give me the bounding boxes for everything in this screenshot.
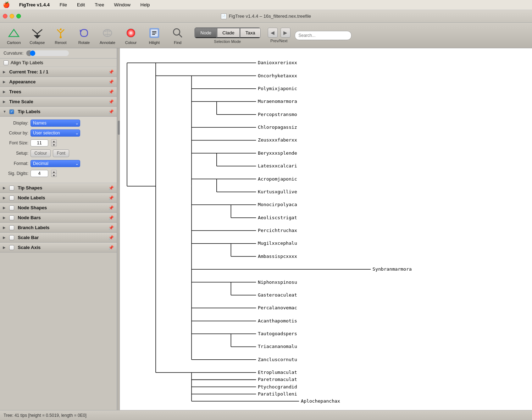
pin-icon[interactable]: 📌 — [109, 205, 114, 210]
colour-setup-button[interactable]: Colour — [31, 149, 51, 157]
tree-label-mono: Monocirpolyaca — [258, 202, 297, 207]
chevron-right-icon: ▶ — [3, 186, 7, 190]
tip-labels-checkbox[interactable] — [9, 109, 14, 114]
sidebar-item-tip-labels[interactable]: ▼ Tip Labels 📌 — [0, 107, 117, 117]
sidebar-item-trees[interactable]: ▶ Trees 📌 — [0, 87, 117, 97]
apple-menu[interactable]: 🍎 — [3, 1, 10, 8]
toolbar: Cartoon Collapse Reroot — [0, 23, 532, 48]
annotate-icon — [101, 26, 114, 40]
colour-by-select-wrapper: User selection — [31, 129, 80, 137]
tip-shapes-title: Tip Shapes — [18, 185, 106, 190]
sidebar-item-scale-axis[interactable]: ▶ Scale Axis 📌 — [0, 243, 117, 253]
tree-label-acro: Acropomjaponic — [258, 176, 297, 182]
sidebar-item-current-tree[interactable]: ▶ Current Tree: 1 / 1 📌 — [0, 67, 117, 77]
collapse-button[interactable]: Collapse — [26, 24, 48, 47]
pin-icon[interactable]: 📌 — [109, 225, 114, 230]
sidebar-item-appearance[interactable]: ▶ Appearance 📌 — [0, 77, 117, 87]
reroot-button[interactable]: Reroot — [50, 24, 72, 47]
pin-icon[interactable]: 📌 — [109, 79, 114, 84]
font-size-up[interactable]: ▲ — [51, 139, 57, 143]
font-size-down[interactable]: ▼ — [51, 143, 57, 147]
display-select-wrapper: Names — [31, 120, 80, 127]
tree-label-ptycho: Ptychocgrandid — [258, 384, 297, 389]
tree-label-danioxx: Danioxxrerioxx — [258, 60, 297, 65]
colour-by-select[interactable]: User selection — [31, 129, 80, 137]
edit-menu[interactable]: Edit — [75, 1, 87, 8]
curvature-slider[interactable] — [26, 50, 69, 56]
prev-button[interactable]: ◀ — [268, 28, 278, 38]
sig-digits-up[interactable]: ▲ — [51, 170, 57, 173]
pin-icon[interactable]: 📌 — [109, 235, 114, 240]
tree-label-muraeono: Muraenomarmora — [258, 99, 297, 104]
appearance-title: Appearance — [9, 79, 106, 84]
scale-axis-title: Scale Axis — [18, 245, 106, 250]
sidebar-item-time-scale[interactable]: ▶ Time Scale 📌 — [0, 97, 117, 107]
tip-labels-title: Tip Labels — [18, 109, 106, 114]
sidebar-item-scale-bar[interactable]: ▶ Scale Bar 📌 — [0, 233, 117, 243]
taxa-selection-button[interactable]: Taxa — [240, 28, 260, 38]
display-select[interactable]: Names — [31, 120, 80, 127]
document-icon: 📄 — [221, 13, 227, 19]
trees-title: Trees — [9, 89, 106, 94]
font-setup-button[interactable]: Font — [53, 149, 69, 157]
sig-digits-input[interactable] — [31, 170, 48, 177]
node-shapes-checkbox[interactable] — [9, 205, 14, 210]
next-button[interactable]: ▶ — [281, 28, 290, 38]
pin-icon[interactable]: 📌 — [109, 89, 114, 94]
tree-label-acanth: Acanthapomotis — [258, 318, 297, 324]
scroll-divider — [117, 48, 120, 410]
help-menu[interactable]: Help — [138, 1, 152, 8]
tree-canvas[interactable]: .tree-label { font-family: -apple-system… — [120, 48, 532, 410]
pin-icon[interactable]: 📌 — [109, 195, 114, 200]
window-menu[interactable]: Window — [112, 1, 133, 8]
reroot-icon — [54, 26, 67, 40]
prev-next-label: Prev/Next — [270, 39, 287, 43]
pin-icon[interactable]: 📌 — [109, 70, 114, 74]
main-content: Curvature: Align Tip Labels ▶ Current Tr… — [0, 48, 532, 410]
clade-selection-button[interactable]: Clade — [217, 28, 240, 38]
sidebar-item-node-shapes[interactable]: ▶ Node Shapes 📌 — [0, 203, 117, 213]
cartoon-button[interactable]: Cartoon — [3, 24, 25, 47]
tree-label-aeoli: Aeoliscstrigat — [258, 215, 297, 220]
sidebar-item-node-labels[interactable]: ▶ Node Labels 📌 — [0, 193, 117, 203]
branch-labels-checkbox[interactable] — [9, 225, 14, 230]
maximize-button[interactable] — [16, 14, 21, 18]
sidebar-item-node-bars[interactable]: ▶ Node Bars 📌 — [0, 213, 117, 223]
format-select[interactable]: Decimal — [31, 160, 80, 167]
annotate-button[interactable]: Annotate — [96, 24, 118, 47]
scale-axis-checkbox[interactable] — [9, 245, 14, 250]
sidebar-item-tip-shapes[interactable]: ▶ Tip Shapes 📌 — [0, 183, 117, 193]
tree-label-aploche: Aplochepanchax — [301, 398, 340, 404]
appname-menu[interactable]: FigTree v1.4.4 — [17, 1, 52, 8]
search-input[interactable] — [295, 31, 351, 40]
pin-icon[interactable]: 📌 — [109, 186, 114, 190]
sig-digits-down[interactable]: ▼ — [51, 173, 57, 177]
font-size-input[interactable] — [31, 139, 48, 147]
rotate-button[interactable]: Rotate — [73, 24, 95, 47]
tip-shapes-checkbox[interactable] — [9, 186, 14, 190]
node-labels-checkbox[interactable] — [9, 195, 14, 200]
statusbar: Tree: 41 tips [height = 0.5019, length =… — [0, 410, 532, 420]
find-button[interactable]: Find — [167, 24, 189, 47]
tree-menu[interactable]: Tree — [93, 1, 106, 8]
hilight-button[interactable]: Hilight — [143, 24, 165, 47]
pin-icon[interactable]: 📌 — [109, 215, 114, 220]
colour-button[interactable]: Colour — [120, 24, 142, 47]
pin-icon[interactable]: 📌 — [109, 99, 114, 104]
node-bars-checkbox[interactable] — [9, 215, 14, 220]
sidebar-item-branch-labels[interactable]: ▶ Branch Labels 📌 — [0, 223, 117, 233]
chevron-right-icon: ▶ — [3, 90, 7, 94]
file-menu[interactable]: File — [57, 1, 69, 8]
pin-icon[interactable]: 📌 — [109, 245, 114, 250]
minimize-button[interactable] — [10, 14, 14, 18]
format-row: Format: Decimal — [4, 160, 113, 167]
scale-bar-checkbox[interactable] — [9, 235, 14, 240]
close-button[interactable] — [3, 14, 7, 18]
pin-icon[interactable]: 📌 — [109, 109, 114, 114]
colour-by-row: Colour by: User selection — [4, 129, 113, 137]
node-selection-button[interactable]: Node — [195, 28, 217, 38]
tip-labels-content: Display: Names Colour by: User selection — [0, 117, 117, 183]
align-tip-checkbox[interactable] — [4, 60, 9, 65]
tree-label-tautog: Tautogoadspers — [258, 331, 297, 336]
sidebar: Curvature: Align Tip Labels ▶ Current Tr… — [0, 48, 117, 410]
